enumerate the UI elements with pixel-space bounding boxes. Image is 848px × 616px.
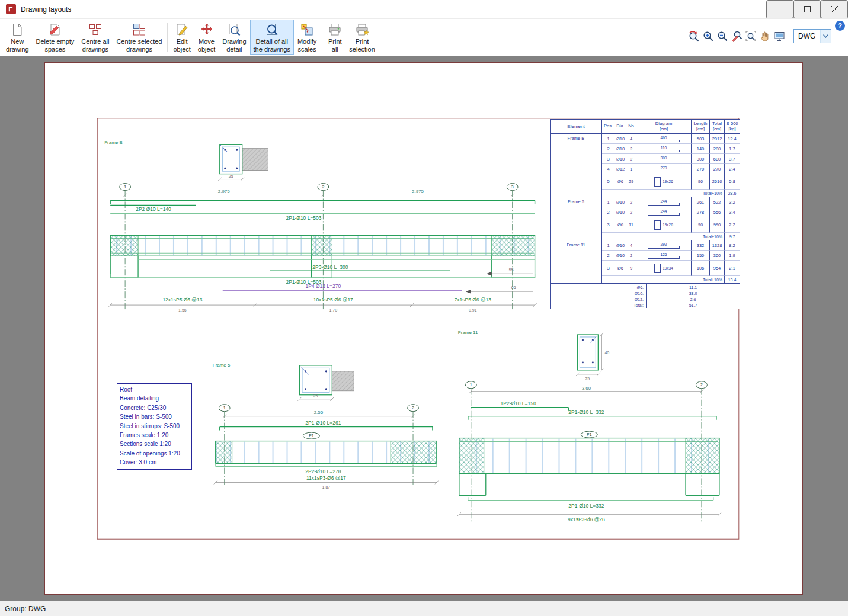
detail-of-all-drawings-button[interactable]: Detail of all the drawings bbox=[250, 20, 294, 55]
group-total-row: Total+10% 13.4 bbox=[602, 276, 740, 283]
zoom-in-button[interactable] bbox=[701, 30, 715, 43]
col-no: No bbox=[626, 120, 636, 134]
zoom-dynamic-icon bbox=[731, 30, 743, 42]
print-selection-button[interactable]: Print selection bbox=[345, 20, 378, 55]
cell-length: 90 bbox=[692, 217, 710, 233]
total-label: Total+10% bbox=[602, 276, 725, 283]
zoom-previous-icon bbox=[688, 30, 700, 42]
frame-5-elevation: Frame 5 1 2 2.55 2P1-Ø10 L=261 P1 bbox=[213, 362, 439, 490]
cell-length: 90 bbox=[692, 174, 710, 190]
section-dim: 25 bbox=[313, 394, 318, 398]
zoom-previous-button[interactable] bbox=[687, 30, 700, 43]
drawing-sheet: Frame B 1 2 3 2.975 2.975 2P2 Ø10 L=140 … bbox=[44, 62, 803, 595]
new-drawing-button[interactable]: New drawing bbox=[2, 20, 33, 55]
drawing-detail-button[interactable]: Drawing detail bbox=[219, 20, 249, 55]
centre-selected-drawings-button[interactable]: Centre selected drawings bbox=[113, 20, 165, 55]
table-row: 3 Ø10 2 300 300 600 3.7 bbox=[602, 154, 740, 164]
refresh-view-button[interactable] bbox=[772, 30, 786, 43]
centre-selected-drawings-label: Centre selected drawings bbox=[116, 38, 162, 53]
col-length: Length [cm] bbox=[692, 120, 710, 134]
zoom-extents-button[interactable] bbox=[744, 30, 757, 43]
modify-scales-button[interactable]: Modify scales bbox=[294, 20, 320, 55]
cell-diagram: 300 bbox=[636, 154, 692, 164]
frame-b-elevation: Frame B 1 2 3 2.975 2.975 2P2 Ø10 L=140 … bbox=[104, 140, 536, 312]
summary-value: 11.1 bbox=[647, 284, 740, 290]
centre-selected-drawings-icon bbox=[132, 23, 146, 37]
cell-pos: 2 bbox=[602, 251, 615, 261]
chevron-down-icon bbox=[820, 30, 831, 43]
table-row: 2 Ø10 2 125 150 300 1.9 bbox=[602, 251, 740, 261]
delete-empty-spaces-button[interactable]: Delete empty spaces bbox=[33, 20, 78, 55]
zone-dim: 1.87 bbox=[322, 485, 331, 489]
zoom-dynamic-button[interactable] bbox=[729, 30, 743, 43]
cell-pos: 1 bbox=[602, 197, 615, 207]
cell-dia: Ø6 bbox=[615, 217, 626, 233]
table-row: 2 Ø10 2 110 140 280 1.7 bbox=[602, 144, 740, 154]
stirrup-zone-label: 11x1sP3-Ø6 @17 bbox=[306, 475, 346, 481]
table-row: 3 Ø6 11 19x26 90 990 2.2 bbox=[602, 217, 740, 233]
col-steel: S-500 [kg] bbox=[725, 120, 740, 134]
grid-bubble-label: 1 bbox=[470, 383, 472, 387]
centre-all-drawings-button[interactable]: Centre all drawings bbox=[78, 20, 113, 55]
element-name: Frame B bbox=[551, 134, 602, 197]
table-header: Element Pos. Dia. No Diagram [cm] Length… bbox=[551, 120, 740, 134]
cell-length: 106 bbox=[692, 261, 710, 276]
edit-object-button[interactable]: Edit object bbox=[169, 20, 194, 55]
zoom-out-button[interactable] bbox=[715, 30, 729, 43]
print-all-label: Print all bbox=[328, 38, 342, 53]
maximize-button[interactable] bbox=[793, 0, 821, 18]
format-dropdown[interactable]: DWG bbox=[793, 29, 831, 43]
cell-no: 2 bbox=[626, 207, 636, 217]
print-selection-icon bbox=[355, 23, 369, 37]
modify-scales-icon bbox=[300, 23, 314, 37]
span-dim: 3.60 bbox=[582, 386, 591, 391]
cell-dia: Ø10 bbox=[615, 144, 626, 154]
refresh-view-icon bbox=[773, 30, 785, 42]
window-title: Drawing layouts bbox=[21, 5, 71, 14]
bar-label: 2P3-Ø10 L=300 bbox=[312, 264, 348, 270]
detail-of-all-drawings-label: Detail of all the drawings bbox=[254, 38, 290, 53]
table-row: 1 Ø10 4 292 332 1328 8.2 bbox=[602, 240, 740, 251]
cell-total: 1328 bbox=[710, 240, 725, 251]
cell-diagram: 292 bbox=[636, 240, 692, 251]
cell-weight: 3.7 bbox=[725, 154, 740, 164]
cell-no: 11 bbox=[626, 217, 636, 233]
cell-total: 954 bbox=[710, 261, 725, 276]
stirrup-zone-label: 10x1sP5 Ø6 @17 bbox=[313, 297, 353, 303]
cell-diagram: 19x26 bbox=[636, 217, 692, 233]
summary-label: Total: bbox=[551, 302, 647, 308]
close-button[interactable] bbox=[821, 0, 848, 18]
frame-b-section: 25 bbox=[218, 145, 268, 181]
section-dim: 40 bbox=[604, 351, 609, 355]
zone-dim: 1.70 bbox=[329, 308, 338, 312]
span-dim: 2.975 bbox=[218, 189, 231, 194]
cell-length: 270 bbox=[692, 164, 710, 174]
help-icon[interactable]: ? bbox=[835, 21, 845, 31]
group-total-row: Total+10% 9.7 bbox=[602, 233, 740, 240]
zoom-out-icon bbox=[716, 30, 728, 42]
cell-total: 2610 bbox=[710, 174, 725, 190]
toolbar-separator bbox=[167, 23, 168, 52]
zoom-in-icon bbox=[702, 30, 714, 42]
cell-dia: Ø6 bbox=[615, 174, 626, 190]
total-value: 13.4 bbox=[725, 276, 740, 283]
pan-button[interactable] bbox=[758, 30, 772, 43]
grid-bubble-label: 1 bbox=[124, 185, 126, 189]
cell-dia: Ø6 bbox=[615, 261, 626, 276]
summary-label: Ø12: bbox=[551, 296, 647, 302]
move-object-button[interactable]: Move object bbox=[194, 20, 219, 55]
cell-diagram: 244 bbox=[636, 207, 692, 217]
bar-tag: P1 bbox=[587, 432, 592, 437]
cell-pos: 3 bbox=[602, 217, 615, 233]
print-selection-label: Print selection bbox=[349, 38, 375, 53]
table-row: 3 Ø6 9 19x34 106 954 2.1 bbox=[602, 261, 740, 276]
minimize-button[interactable] bbox=[766, 0, 793, 18]
cell-total: 300 bbox=[710, 251, 725, 261]
note-line: Beam detailing bbox=[120, 394, 189, 403]
cell-length: 332 bbox=[692, 240, 710, 251]
frame-11-section: 40 25 bbox=[575, 333, 609, 381]
cell-dia: Ø10 bbox=[615, 207, 626, 217]
print-all-button[interactable]: Print all bbox=[324, 20, 345, 55]
anchor-dim: 65 bbox=[511, 285, 516, 290]
pan-hand-icon bbox=[759, 30, 771, 42]
